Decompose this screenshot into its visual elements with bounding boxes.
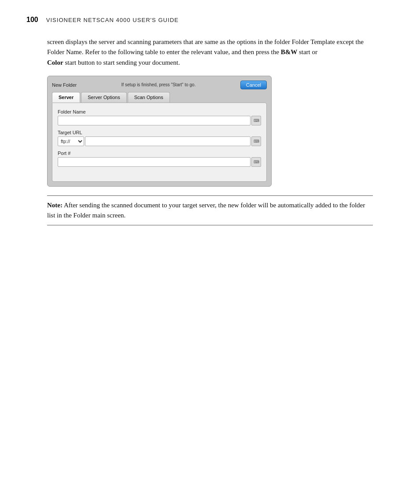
main-content: screen displays the server and scanning … <box>21 37 399 225</box>
tab-bar: Server Server Options Scan Options <box>52 92 267 103</box>
tab-server[interactable]: Server <box>52 92 80 103</box>
screenshot-container: New Folder If setup is finished, press "… <box>47 76 373 187</box>
target-url-row: ftp:// http:// https:// ⌨ <box>58 136 261 146</box>
page-number: 100 <box>26 16 38 24</box>
keyboard-icon-2: ⌨ <box>254 139 259 143</box>
dialog-hint: If setup is finished, press "Start" to g… <box>77 82 240 87</box>
page: 100 Visioneer Netscan 4000 User's Guide … <box>0 0 420 504</box>
port-group: Port # ⌨ <box>58 151 261 167</box>
target-url-keyboard-btn[interactable]: ⌨ <box>251 136 261 146</box>
keyboard-icon: ⌨ <box>254 118 259 123</box>
port-input[interactable] <box>58 157 251 167</box>
note-text: Note: After sending the scanned document… <box>47 200 373 221</box>
page-title: Visioneer Netscan 4000 User's Guide <box>46 17 179 23</box>
folder-name-row: ⌨ <box>58 116 261 125</box>
port-row: ⌨ <box>58 157 261 167</box>
cancel-button[interactable]: Cancel <box>240 81 267 89</box>
target-url-input[interactable] <box>85 136 251 146</box>
keyboard-icon-3: ⌨ <box>254 160 259 164</box>
protocol-select[interactable]: ftp:// http:// https:// <box>58 136 84 146</box>
body-paragraph: screen displays the server and scanning … <box>47 37 373 68</box>
target-url-label: Target URL <box>58 130 261 135</box>
port-keyboard-btn[interactable]: ⌨ <box>251 157 261 167</box>
page-header: 100 Visioneer Netscan 4000 User's Guide <box>0 0 420 24</box>
port-label: Port # <box>58 151 261 156</box>
tab-server-options[interactable]: Server Options <box>81 92 126 103</box>
target-url-group: Target URL ftp:// http:// https:// ⌨ <box>58 130 261 146</box>
note-box: Note: After sending the scanned document… <box>47 195 373 226</box>
dialog-screenshot: New Folder If setup is finished, press "… <box>47 76 272 187</box>
folder-name-label: Folder Name <box>58 109 261 114</box>
dialog-topbar: New Folder If setup is finished, press "… <box>52 81 267 89</box>
dialog-content-panel: Folder Name ⌨ Target URL <box>52 103 267 182</box>
folder-name-input[interactable] <box>58 116 251 125</box>
folder-name-keyboard-btn[interactable]: ⌨ <box>251 116 261 125</box>
dialog-title: New Folder <box>52 82 77 88</box>
tab-scan-options[interactable]: Scan Options <box>128 92 170 103</box>
folder-name-group: Folder Name ⌨ <box>58 109 261 125</box>
